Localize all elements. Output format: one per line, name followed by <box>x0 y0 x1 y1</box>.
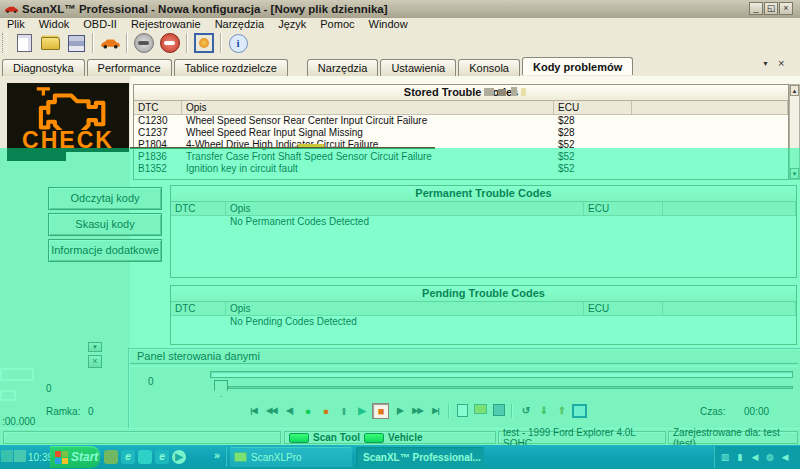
pending-codes-panel: Pending Trouble Codes DTC Opis ECU No Pe… <box>170 285 797 345</box>
task-scanxlpro[interactable]: ScanXLPro <box>230 447 352 467</box>
slider-rail[interactable] <box>228 386 793 389</box>
record-button[interactable]: ● <box>300 404 315 418</box>
title-bar: ScanXL™ Professional - Nowa konfiguracja… <box>0 0 800 18</box>
cell-opis: Ignition key in circuit fault <box>182 163 554 175</box>
skip-end-button[interactable]: ▶| <box>428 404 443 418</box>
scroll-down-icon[interactable]: ▼ <box>790 168 799 179</box>
table-row[interactable]: B1352 Ignition key in circuit fault $52 <box>134 163 788 175</box>
cell-dtc: C1230 <box>134 115 182 127</box>
tab-narzedzia[interactable]: Narzędzia <box>307 59 379 76</box>
tab-ustawienia[interactable]: Ustawienia <box>380 59 456 76</box>
media-player-icon[interactable]: ▶ <box>172 450 186 464</box>
start-label: Start <box>71 450 98 464</box>
slider-track[interactable] <box>210 371 793 378</box>
dashboard-button[interactable] <box>191 31 217 55</box>
menu-jezyk[interactable]: Język <box>271 18 313 30</box>
car-icon <box>100 38 121 49</box>
stop-button[interactable]: ■ <box>372 403 389 419</box>
menu-rejestrowanie[interactable]: Rejestrowanie <box>124 18 208 30</box>
info-button[interactable]: i <box>225 31 251 55</box>
table-row[interactable]: P1836 Transfer Case Front Shaft Speed Se… <box>134 151 788 163</box>
read-codes-button[interactable]: Odczytaj kody problemów <box>48 187 162 210</box>
new-file-button[interactable] <box>11 31 37 55</box>
menu-obd2[interactable]: OBD-II <box>76 18 124 30</box>
glitch-artifact <box>484 88 494 96</box>
col-dtc: DTC <box>171 202 226 215</box>
internet-explorer-icon[interactable]: e <box>155 450 169 464</box>
monitor-button[interactable] <box>572 404 587 418</box>
step-forward-button[interactable]: |▶ <box>392 404 407 418</box>
rewind-button[interactable]: ◀◀ <box>264 404 279 418</box>
glitch-artifact <box>0 368 34 381</box>
skip-start-button[interactable]: |◀ <box>246 404 261 418</box>
fragment-close-button[interactable]: × <box>88 355 102 368</box>
tab-bar: DiagnostykaPerformanceTablice rozdzielcz… <box>0 56 800 77</box>
tab-diagnostyka[interactable]: Diagnostyka <box>2 59 85 76</box>
monitor-icon <box>572 404 587 418</box>
quick-launch-overflow[interactable]: » <box>214 449 220 461</box>
table-row[interactable]: P1804 4-Wheel Drive High Indicator Circu… <box>134 139 788 151</box>
minimize-button[interactable]: _ <box>749 2 763 15</box>
disconnect-button[interactable] <box>157 31 183 55</box>
new-file-icon <box>457 404 468 417</box>
cell-dtc <box>171 216 226 228</box>
vehicle-button[interactable] <box>97 31 123 55</box>
connect-button[interactable] <box>131 31 157 55</box>
export-button[interactable]: ⇓ <box>536 404 551 418</box>
open-log-button[interactable] <box>473 404 488 418</box>
tab-tablice[interactable]: Tablice rozdzielcze <box>174 59 288 76</box>
internet-explorer-icon[interactable]: e <box>121 450 135 464</box>
fragment-tray-icon <box>14 450 26 462</box>
play-button[interactable]: ▶ <box>354 404 369 418</box>
clear-codes-button[interactable]: Skasuj kody problemów <box>48 213 162 236</box>
send-button[interactable]: ⇑ <box>554 404 569 418</box>
step-back-button[interactable]: ◀| <box>282 404 297 418</box>
save-button[interactable] <box>63 31 89 55</box>
pause-button[interactable]: || <box>336 404 351 418</box>
tray-network-icon[interactable]: ◍ <box>764 451 776 463</box>
cell-opis: Transfer Case Front Shaft Speed Sensor C… <box>182 151 554 163</box>
tab-dropdown-icon[interactable]: ▼ <box>762 60 769 67</box>
dashboard-icon <box>194 33 214 53</box>
start-button[interactable]: Start <box>50 446 100 468</box>
tab-performance[interactable]: Performance <box>87 59 172 76</box>
fragment-arrow-button[interactable]: ▼ <box>88 342 102 352</box>
scroll-up-icon[interactable]: ▲ <box>790 85 799 96</box>
quick-launch-icon[interactable] <box>138 450 152 464</box>
no-permanent-codes-text: No Permanent Codes Detected <box>226 216 584 228</box>
menu-plik[interactable]: Plik <box>0 18 32 30</box>
tab-kody-problemow[interactable]: Kody problemów <box>522 57 633 75</box>
app-car-icon <box>4 5 19 14</box>
table-row[interactable]: C1237 Wheel Speed Rear Input Signal Miss… <box>134 127 788 139</box>
task-scanxl-professional[interactable]: ScanXL™ Professional... <box>356 447 484 467</box>
tab-konsola[interactable]: Konsola <box>458 59 520 76</box>
marker-button[interactable]: ● <box>318 404 333 418</box>
glitch-artifact <box>498 89 506 96</box>
frame-label: Ramka: <box>46 406 80 417</box>
additional-info-button[interactable]: Informacje dodatkowe <box>48 239 162 262</box>
tray-volume-icon[interactable]: ◀ <box>749 451 761 463</box>
table-row[interactable]: C1230 Wheel Speed Sensor Rear Center Inp… <box>134 115 788 127</box>
tab-close-icon[interactable]: × <box>778 57 784 69</box>
cell-ecu: $28 <box>554 127 632 139</box>
col-opis: Opis <box>226 202 584 215</box>
menu-narzedzia[interactable]: Narzędzia <box>208 18 272 30</box>
quick-launch-icon[interactable] <box>104 450 118 464</box>
toolbar-grip[interactable] <box>2 33 7 53</box>
save-log-button[interactable] <box>491 404 506 418</box>
menu-pomoc[interactable]: Pomoc <box>313 18 361 30</box>
tray-speaker-icon[interactable]: ◀ <box>779 451 791 463</box>
status-cell-empty <box>3 431 281 444</box>
vertical-scrollbar[interactable]: ▲ ▼ <box>789 84 800 180</box>
fast-forward-button[interactable]: ▶▶ <box>410 404 425 418</box>
tray-battery-icon[interactable]: ▮ <box>734 451 746 463</box>
close-button[interactable]: × <box>779 2 793 15</box>
col-extra <box>632 101 788 114</box>
restore-button[interactable]: ◱ <box>764 2 778 15</box>
reset-button[interactable]: ↺ <box>518 404 533 418</box>
menu-window[interactable]: Window <box>362 18 415 30</box>
tray-display-icon[interactable]: ▥ <box>719 451 731 463</box>
new-log-button[interactable] <box>455 404 470 418</box>
open-file-button[interactable] <box>37 31 63 55</box>
menu-widok[interactable]: Widok <box>32 18 77 30</box>
